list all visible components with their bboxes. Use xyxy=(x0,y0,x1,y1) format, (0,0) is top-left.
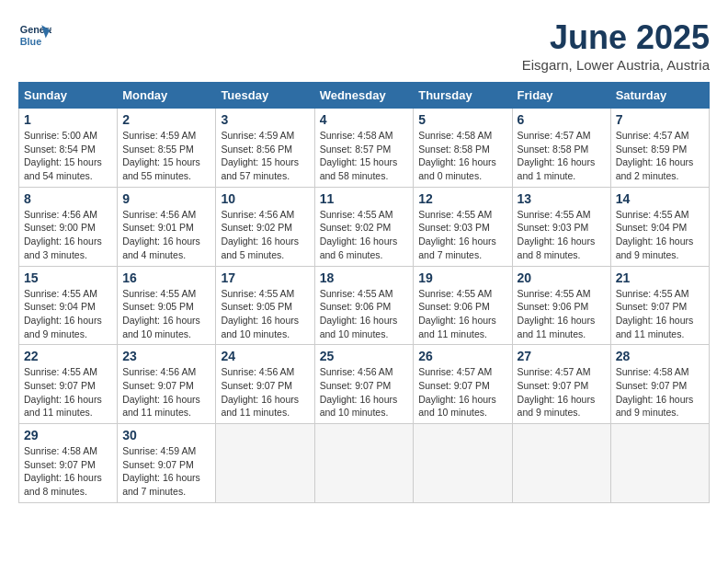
calendar-cell: 13Sunrise: 4:55 AM Sunset: 9:03 PM Dayli… xyxy=(512,187,610,266)
calendar-cell: 5Sunrise: 4:58 AM Sunset: 8:58 PM Daylig… xyxy=(414,109,512,188)
day-number: 20 xyxy=(518,270,606,285)
day-info: Sunrise: 4:58 AM Sunset: 8:58 PM Dayligh… xyxy=(418,129,506,183)
calendar-cell: 6Sunrise: 4:57 AM Sunset: 8:58 PM Daylig… xyxy=(512,109,610,188)
day-number: 30 xyxy=(122,428,210,442)
calendar-cell xyxy=(216,424,314,503)
day-info: Sunrise: 4:55 AM Sunset: 9:02 PM Dayligh… xyxy=(320,208,409,262)
day-number: 6 xyxy=(518,112,606,127)
calendar-cell: 9Sunrise: 4:56 AM Sunset: 9:01 PM Daylig… xyxy=(118,187,216,266)
day-info: Sunrise: 4:55 AM Sunset: 9:04 PM Dayligh… xyxy=(24,287,112,341)
calendar-header-row: SundayMondayTuesdayWednesdayThursdayFrid… xyxy=(19,83,710,109)
day-number: 8 xyxy=(24,191,112,206)
calendar-cell: 15Sunrise: 4:55 AM Sunset: 9:04 PM Dayli… xyxy=(19,266,118,345)
calendar-cell: 24Sunrise: 4:56 AM Sunset: 9:07 PM Dayli… xyxy=(216,345,314,424)
day-number: 26 xyxy=(418,349,506,363)
calendar-cell: 25Sunrise: 4:56 AM Sunset: 9:07 PM Dayli… xyxy=(314,345,414,424)
day-number: 18 xyxy=(320,270,409,285)
calendar-cell: 3Sunrise: 4:59 AM Sunset: 8:56 PM Daylig… xyxy=(216,109,314,188)
day-number: 16 xyxy=(122,270,210,285)
day-info: Sunrise: 4:55 AM Sunset: 9:07 PM Dayligh… xyxy=(24,365,112,419)
calendar-cell: 17Sunrise: 4:55 AM Sunset: 9:05 PM Dayli… xyxy=(216,266,314,345)
day-number: 1 xyxy=(24,112,112,127)
calendar-cell xyxy=(610,424,709,503)
day-info: Sunrise: 4:56 AM Sunset: 9:07 PM Dayligh… xyxy=(320,365,409,419)
calendar-cell xyxy=(414,424,512,503)
calendar-cell: 16Sunrise: 4:55 AM Sunset: 9:05 PM Dayli… xyxy=(118,266,216,345)
day-info: Sunrise: 4:58 AM Sunset: 9:07 PM Dayligh… xyxy=(616,365,704,419)
day-info: Sunrise: 4:59 AM Sunset: 8:56 PM Dayligh… xyxy=(221,129,309,183)
calendar-cell: 30Sunrise: 4:59 AM Sunset: 9:07 PM Dayli… xyxy=(118,424,216,503)
day-info: Sunrise: 4:55 AM Sunset: 9:03 PM Dayligh… xyxy=(518,208,606,262)
day-number: 27 xyxy=(518,349,606,363)
day-info: Sunrise: 4:56 AM Sunset: 9:01 PM Dayligh… xyxy=(122,208,210,262)
day-info: Sunrise: 4:55 AM Sunset: 9:06 PM Dayligh… xyxy=(518,287,606,341)
day-number: 3 xyxy=(221,112,309,127)
day-number: 12 xyxy=(418,191,506,206)
day-info: Sunrise: 4:56 AM Sunset: 9:07 PM Dayligh… xyxy=(221,365,309,419)
day-number: 7 xyxy=(616,112,704,127)
day-info: Sunrise: 4:58 AM Sunset: 8:57 PM Dayligh… xyxy=(320,129,409,183)
calendar-cell: 28Sunrise: 4:58 AM Sunset: 9:07 PM Dayli… xyxy=(610,345,709,424)
svg-text:Blue: Blue xyxy=(20,36,41,47)
day-info: Sunrise: 5:00 AM Sunset: 8:54 PM Dayligh… xyxy=(24,129,112,183)
column-header-friday: Friday xyxy=(512,83,610,109)
day-info: Sunrise: 4:55 AM Sunset: 9:07 PM Dayligh… xyxy=(616,287,704,341)
day-number: 23 xyxy=(122,349,210,363)
column-header-sunday: Sunday xyxy=(19,83,118,109)
day-info: Sunrise: 4:56 AM Sunset: 9:02 PM Dayligh… xyxy=(221,208,309,262)
column-header-wednesday: Wednesday xyxy=(314,83,414,109)
title-block: June 2025 Eisgarn, Lower Austria, Austri… xyxy=(522,18,710,73)
day-number: 2 xyxy=(122,112,210,127)
month-title: June 2025 xyxy=(522,18,710,57)
day-info: Sunrise: 4:59 AM Sunset: 9:07 PM Dayligh… xyxy=(122,444,210,499)
calendar-cell xyxy=(314,424,414,503)
day-info: Sunrise: 4:55 AM Sunset: 9:04 PM Dayligh… xyxy=(616,208,704,262)
day-info: Sunrise: 4:55 AM Sunset: 9:03 PM Dayligh… xyxy=(418,208,506,262)
calendar-cell: 2Sunrise: 4:59 AM Sunset: 8:55 PM Daylig… xyxy=(118,109,216,188)
calendar-week-row: 15Sunrise: 4:55 AM Sunset: 9:04 PM Dayli… xyxy=(19,266,710,345)
day-info: Sunrise: 4:55 AM Sunset: 9:06 PM Dayligh… xyxy=(320,287,409,341)
day-number: 13 xyxy=(518,191,606,206)
calendar-cell: 8Sunrise: 4:56 AM Sunset: 9:00 PM Daylig… xyxy=(19,187,118,266)
day-info: Sunrise: 4:57 AM Sunset: 9:07 PM Dayligh… xyxy=(418,365,506,419)
day-info: Sunrise: 4:55 AM Sunset: 9:06 PM Dayligh… xyxy=(418,287,506,341)
calendar-cell xyxy=(512,424,610,503)
day-info: Sunrise: 4:57 AM Sunset: 8:59 PM Dayligh… xyxy=(616,129,704,183)
day-number: 22 xyxy=(24,349,112,363)
day-info: Sunrise: 4:55 AM Sunset: 9:05 PM Dayligh… xyxy=(221,287,309,341)
logo-icon: General Blue xyxy=(18,18,51,52)
logo: General Blue xyxy=(18,18,51,52)
calendar-week-row: 22Sunrise: 4:55 AM Sunset: 9:07 PM Dayli… xyxy=(19,345,710,424)
calendar-cell: 19Sunrise: 4:55 AM Sunset: 9:06 PM Dayli… xyxy=(414,266,512,345)
day-number: 9 xyxy=(122,191,210,206)
day-number: 11 xyxy=(320,191,409,206)
location-title: Eisgarn, Lower Austria, Austria xyxy=(522,57,710,73)
calendar-cell: 10Sunrise: 4:56 AM Sunset: 9:02 PM Dayli… xyxy=(216,187,314,266)
calendar-cell: 22Sunrise: 4:55 AM Sunset: 9:07 PM Dayli… xyxy=(19,345,118,424)
calendar-cell: 27Sunrise: 4:57 AM Sunset: 9:07 PM Dayli… xyxy=(512,345,610,424)
day-info: Sunrise: 4:59 AM Sunset: 8:55 PM Dayligh… xyxy=(122,129,210,183)
calendar-week-row: 29Sunrise: 4:58 AM Sunset: 9:07 PM Dayli… xyxy=(19,424,710,503)
calendar-cell: 21Sunrise: 4:55 AM Sunset: 9:07 PM Dayli… xyxy=(610,266,709,345)
day-info: Sunrise: 4:56 AM Sunset: 9:07 PM Dayligh… xyxy=(122,365,210,419)
day-number: 25 xyxy=(320,349,409,363)
column-header-thursday: Thursday xyxy=(414,83,512,109)
calendar-cell: 7Sunrise: 4:57 AM Sunset: 8:59 PM Daylig… xyxy=(610,109,709,188)
calendar-cell: 29Sunrise: 4:58 AM Sunset: 9:07 PM Dayli… xyxy=(19,424,118,503)
column-header-saturday: Saturday xyxy=(610,83,709,109)
day-info: Sunrise: 4:56 AM Sunset: 9:00 PM Dayligh… xyxy=(24,208,112,262)
day-info: Sunrise: 4:58 AM Sunset: 9:07 PM Dayligh… xyxy=(24,444,112,499)
calendar-cell: 12Sunrise: 4:55 AM Sunset: 9:03 PM Dayli… xyxy=(414,187,512,266)
calendar-week-row: 8Sunrise: 4:56 AM Sunset: 9:00 PM Daylig… xyxy=(19,187,710,266)
calendar-cell: 1Sunrise: 5:00 AM Sunset: 8:54 PM Daylig… xyxy=(19,109,118,188)
day-number: 17 xyxy=(221,270,309,285)
day-info: Sunrise: 4:57 AM Sunset: 8:58 PM Dayligh… xyxy=(518,129,606,183)
calendar-cell: 23Sunrise: 4:56 AM Sunset: 9:07 PM Dayli… xyxy=(118,345,216,424)
calendar-table: SundayMondayTuesdayWednesdayThursdayFrid… xyxy=(18,82,710,503)
day-number: 19 xyxy=(418,270,506,285)
page-header: General Blue June 2025 Eisgarn, Lower Au… xyxy=(18,18,710,73)
calendar-cell: 26Sunrise: 4:57 AM Sunset: 9:07 PM Dayli… xyxy=(414,345,512,424)
day-info: Sunrise: 4:55 AM Sunset: 9:05 PM Dayligh… xyxy=(122,287,210,341)
day-info: Sunrise: 4:57 AM Sunset: 9:07 PM Dayligh… xyxy=(518,365,606,419)
calendar-cell: 20Sunrise: 4:55 AM Sunset: 9:06 PM Dayli… xyxy=(512,266,610,345)
